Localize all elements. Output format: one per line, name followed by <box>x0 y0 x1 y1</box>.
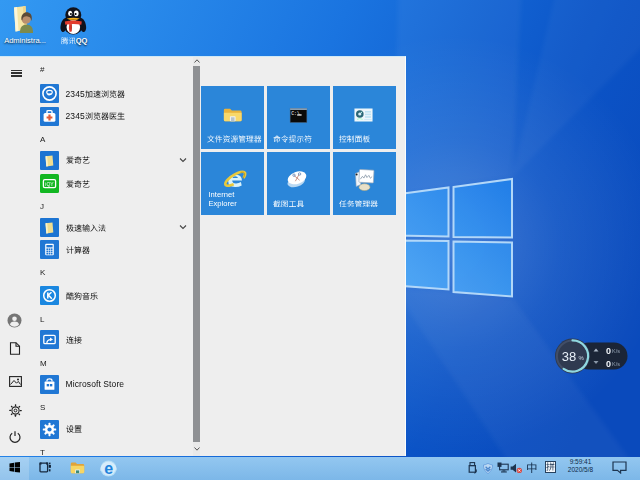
svg-text:0: 0 <box>606 346 611 356</box>
svg-text:e: e <box>104 460 113 477</box>
svg-text:0: 0 <box>606 359 611 369</box>
svg-text:38: 38 <box>562 349 576 364</box>
svg-text:K/s: K/s <box>612 361 620 367</box>
svg-text:iQY: iQY <box>45 181 54 187</box>
svg-text:K/s: K/s <box>612 348 620 354</box>
svg-text:%: % <box>579 355 585 361</box>
